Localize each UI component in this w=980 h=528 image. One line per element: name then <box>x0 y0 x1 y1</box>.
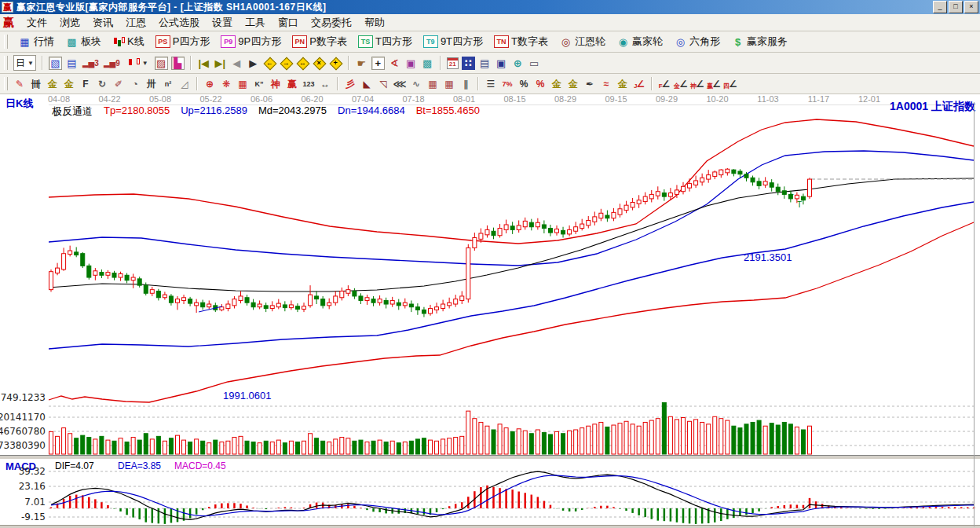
menu-item-3[interactable]: 资讯 <box>86 14 119 31</box>
t-number-table-button[interactable]: TNT数字表 <box>491 33 551 50</box>
ink-pen-tool[interactable]: ✒ <box>583 77 597 90</box>
menu-item-5[interactable]: 公式选股 <box>152 14 206 31</box>
menu-item-7[interactable]: 工具 <box>239 14 272 31</box>
gold-band-tool[interactable]: 金 <box>616 77 630 90</box>
gann-wheel-button[interactable]: ◎江恩轮 <box>556 33 609 50</box>
grid-123-tool[interactable]: 123 <box>302 77 316 90</box>
chart-area[interactable]: 日K线 1A0001 上证指数 04-0804-2205-0805-2206-0… <box>0 94 980 528</box>
volume-macd-divider[interactable] <box>0 455 980 460</box>
shen-angle-tool[interactable]: 神∠ <box>690 77 704 90</box>
ying-grid-tool[interactable]: 赢 <box>285 77 299 90</box>
crosshair-tool-icon[interactable]: + <box>371 57 385 70</box>
prev-bar-icon[interactable]: ◀ <box>230 57 243 70</box>
pct-triangle-tool[interactable]: 7% <box>500 77 514 90</box>
gold-circle-tool[interactable]: 金 <box>550 77 564 90</box>
span-arrow-tool[interactable]: ↔ <box>318 77 332 90</box>
next-bar-icon[interactable]: ▶ <box>247 57 260 70</box>
gold-grid-tool-2[interactable]: 金 <box>62 77 76 90</box>
k-quote-tool[interactable]: K” <box>252 77 266 90</box>
v-wave-tool[interactable]: ∿ <box>409 77 423 90</box>
save-icon[interactable]: ▣ <box>495 57 508 70</box>
printer-icon[interactable]: ▭ <box>528 57 541 70</box>
box-web-tool[interactable]: ▦ <box>236 77 250 90</box>
quotes-button[interactable]: ▦行情 <box>15 33 57 50</box>
hexagon-wheel-button[interactable]: ◎六角形 <box>671 33 723 50</box>
f-angle-tool[interactable]: F∠ <box>657 77 671 90</box>
pattern-window-icon[interactable]: ▧ <box>49 57 62 70</box>
purple-pattern-icon[interactable]: ▣ <box>404 57 418 70</box>
expand-h-diamond[interactable]: ↔ <box>296 57 309 70</box>
minimize-button[interactable]: _ <box>933 1 947 13</box>
winner-wheel-button[interactable]: ◉赢家轮 <box>613 33 666 50</box>
network-icon[interactable]: ⊕ <box>511 57 525 70</box>
gold-lines-tool[interactable]: 金 <box>566 77 580 90</box>
mirror-angle-tool[interactable]: ◿ <box>177 77 192 90</box>
compress-h-diamond[interactable]: × <box>313 57 326 70</box>
menu-item-6[interactable]: 设置 <box>206 14 239 31</box>
shen-grid-tool[interactable]: 神 <box>269 77 283 90</box>
period-daily-dropdown[interactable]: 日▼ <box>13 55 36 71</box>
fan-grid-tool[interactable]: ◣ <box>360 77 374 90</box>
gold-angle-tool[interactable]: 金∠ <box>674 77 688 90</box>
j-angle-tool[interactable]: J∠ <box>632 77 646 90</box>
calendar-icon[interactable]: 21 <box>447 57 459 69</box>
menu-item-1[interactable]: 文件 <box>20 14 53 31</box>
parallel-lines-tool[interactable]: ∥ <box>459 77 473 90</box>
p-square-button[interactable]: PSP四方形 <box>152 33 214 50</box>
gann-ruler-tool[interactable]: 卌 <box>29 77 43 90</box>
percent-tool[interactable]: % <box>517 77 531 90</box>
pen-ruler-tool[interactable]: ✐ <box>112 77 126 90</box>
pct-line-tool[interactable]: % <box>533 77 547 90</box>
fan-lines-tool[interactable]: 彡 <box>343 77 357 90</box>
calculator-icon[interactable]: ∷ <box>462 57 475 70</box>
menu-item-10[interactable]: 帮助 <box>358 14 391 31</box>
maze-pattern-icon[interactable]: ▩ <box>421 57 434 70</box>
spiral-tool[interactable]: ↻ <box>95 77 109 90</box>
fan-box-tool[interactable]: ◹ <box>376 77 390 90</box>
wave-9-icon[interactable]: ▂▅9 <box>103 57 121 70</box>
red-grid-arrow-tool[interactable]: ▦ <box>442 77 456 90</box>
menu-item-8[interactable]: 窗口 <box>272 14 305 31</box>
9p-square-icon: P9 <box>221 35 236 48</box>
red-pattern-icon[interactable]: ▨ <box>155 57 168 70</box>
star-web-tool[interactable]: ❋ <box>219 77 233 90</box>
si-angle-tool[interactable]: 四∠ <box>723 77 737 90</box>
red-grid-tool[interactable]: ▦ <box>426 77 440 90</box>
gold-grid-tool-1[interactable]: 金 <box>46 77 60 90</box>
close-button[interactable]: × <box>964 1 978 13</box>
shift-left-diamond[interactable]: ← <box>263 57 276 70</box>
p-number-table-button[interactable]: PNP数字表 <box>289 33 350 50</box>
p-number-table-icon: PN <box>292 35 307 48</box>
shift-right-diamond[interactable]: → <box>280 57 293 70</box>
wave-3-icon[interactable]: ▂▅3 <box>82 57 100 70</box>
9t-square-button[interactable]: T99T四方形 <box>420 33 486 50</box>
volume-profile-icon[interactable]: ▙ <box>171 57 185 70</box>
n-squared-tool[interactable]: n² <box>161 77 175 90</box>
expand-all-diamond[interactable]: + <box>329 57 342 70</box>
hash-ruler-tool[interactable]: 卅 <box>144 77 159 90</box>
angle-tool-icon[interactable]: ∢ <box>388 57 401 70</box>
winner-service-button[interactable]: $赢家服务 <box>728 33 791 50</box>
ying-angle-tool[interactable]: 赢∠ <box>707 77 721 90</box>
hand-tool-icon[interactable]: ☛ <box>355 57 368 70</box>
first-page-icon[interactable]: |◀ <box>197 57 210 70</box>
angle-arrows-tool[interactable]: ⋘ <box>393 77 407 90</box>
t-square-button[interactable]: TST四方形 <box>355 33 415 50</box>
menu-item-4[interactable]: 江恩 <box>119 14 152 31</box>
f-ruler-tool[interactable]: F <box>79 77 93 90</box>
wave-band-tool[interactable]: ≈ <box>599 77 613 90</box>
candle-style-dropdown[interactable]: ▼ <box>124 56 152 71</box>
circle-crosshair-tool[interactable]: ⊕ <box>203 77 217 90</box>
9p-square-button[interactable]: P99P四方形 <box>218 33 284 50</box>
info-doc-icon[interactable]: ▤ <box>65 57 79 70</box>
kline-button[interactable]: K线 <box>109 33 148 50</box>
maximize-button[interactable]: □ <box>949 1 963 13</box>
price-ladder-tool[interactable]: ☰ <box>484 77 498 90</box>
notebook-icon[interactable]: ▤ <box>478 57 492 70</box>
red-pen-tool[interactable]: ✎ <box>13 77 27 90</box>
menu-item-9[interactable]: 交易委托 <box>305 14 358 31</box>
menu-item-2[interactable]: 浏览 <box>53 14 86 31</box>
last-page-icon[interactable]: ▶| <box>214 57 227 70</box>
sectors-button[interactable]: ▩板块 <box>62 33 104 50</box>
circle-arrow-tool[interactable]: ◔ <box>128 77 142 90</box>
